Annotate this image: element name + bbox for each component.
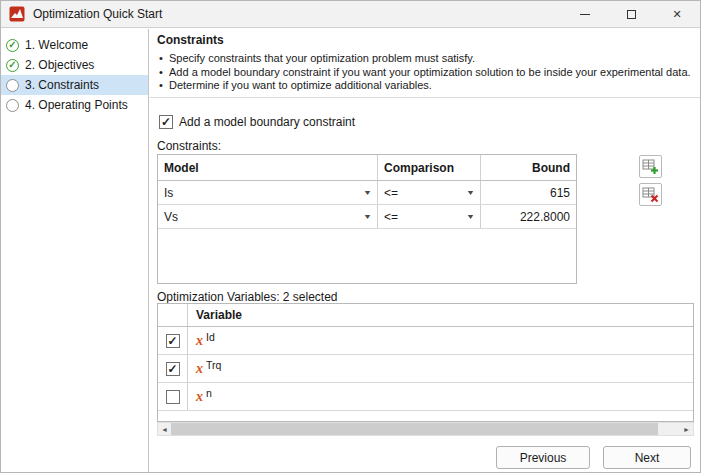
previous-button[interactable]: Previous: [496, 446, 590, 469]
bullet-icon: •: [159, 52, 169, 66]
minimize-icon: [580, 14, 590, 15]
comparison-dropdown[interactable]: <= ▼: [378, 181, 481, 204]
variable-x-icon: x: [196, 389, 203, 405]
column-header-model: Model: [158, 155, 378, 180]
checkbox-cell: [158, 383, 188, 410]
variable-checkbox[interactable]: [166, 362, 180, 376]
instruction-text: Determine if you want to optimize additi…: [169, 79, 432, 93]
horizontal-scrollbar[interactable]: ◄ ►: [157, 422, 694, 436]
instruction-text: Specify constraints that your optimizati…: [169, 52, 475, 66]
variable-row: x n: [158, 383, 693, 411]
constraints-panel: Constraints • Specify constraints that y…: [150, 29, 700, 472]
table-delete-icon: [642, 186, 659, 203]
optimization-variables-table: Variable x Id x Trq: [157, 303, 694, 422]
sidebar-step-objectives[interactable]: 2. Objectives: [1, 55, 148, 75]
checkbox-cell: [158, 355, 188, 382]
minimize-button[interactable]: [562, 1, 608, 27]
instruction-item: • Determine if you want to optimize addi…: [159, 79, 691, 93]
step-complete-icon: [6, 59, 19, 72]
step-label: 1. Welcome: [25, 38, 88, 52]
close-button[interactable]: ✕: [654, 1, 700, 27]
comparison-value: <=: [384, 210, 398, 224]
constraint-row: Vs ▼ <= ▼ 222.8000: [158, 205, 576, 229]
bound-field[interactable]: 222.8000: [481, 205, 576, 228]
table-add-icon: [642, 158, 659, 175]
column-header-variable: Variable: [188, 304, 693, 326]
variable-name: n: [206, 387, 212, 399]
select-column-header: [158, 304, 188, 326]
model-value: Vs: [164, 210, 178, 224]
model-dropdown[interactable]: Is ▼: [158, 181, 378, 204]
variable-cell: x Trq: [188, 355, 693, 382]
variable-checkbox[interactable]: [166, 390, 180, 404]
chevron-down-icon: ▼: [466, 189, 475, 196]
variable-name: Id: [206, 331, 215, 343]
add-constraint-button[interactable]: [639, 155, 662, 178]
chevron-down-icon: ▼: [363, 213, 372, 220]
optimization-variables-label: Optimization Variables: 2 selected: [157, 290, 338, 304]
window-title: Optimization Quick Start: [33, 7, 162, 21]
constraints-header-row: Model Comparison Bound: [158, 155, 576, 181]
variable-row: x Id: [158, 327, 693, 355]
variable-name: Trq: [206, 359, 221, 371]
sidebar-step-operating-points[interactable]: 4. Operating Points: [1, 95, 148, 115]
checkbox-cell: [158, 327, 188, 354]
instruction-item: • Specify constraints that your optimiza…: [159, 52, 691, 66]
variable-cell: x n: [188, 383, 693, 410]
page-title: Constraints: [157, 33, 224, 47]
step-label: 3. Constraints: [25, 78, 99, 92]
variables-header-row: Variable: [158, 304, 693, 327]
comparison-dropdown[interactable]: <= ▼: [378, 205, 481, 228]
step-pending-icon: [6, 79, 19, 92]
model-value: Is: [164, 186, 173, 200]
scrollbar-thumb[interactable]: [171, 423, 658, 435]
sidebar-step-constraints[interactable]: 3. Constraints: [1, 75, 148, 95]
constraints-table: Model Comparison Bound Is ▼ <= ▼ 615 Vs …: [157, 154, 577, 284]
wizard-steps-sidebar: 1. Welcome 2. Objectives 3. Constraints …: [1, 29, 149, 472]
variable-cell: x Id: [188, 327, 693, 354]
title-bar: Optimization Quick Start ✕: [1, 1, 700, 28]
instruction-item: • Add a model boundary constraint if you…: [159, 66, 691, 80]
chevron-down-icon: ▼: [363, 189, 372, 196]
step-label: 2. Objectives: [25, 58, 94, 72]
matlab-app-icon: [9, 6, 25, 22]
instruction-text: Add a model boundary constraint if you w…: [169, 66, 691, 80]
constraint-row: Is ▼ <= ▼ 615: [158, 181, 576, 205]
variable-checkbox[interactable]: [166, 334, 180, 348]
column-header-bound: Bound: [481, 155, 576, 180]
maximize-button[interactable]: [608, 1, 654, 27]
delete-constraint-button[interactable]: [639, 183, 662, 206]
optimization-quick-start-window: Optimization Quick Start ✕ 1. Welcome 2.…: [0, 0, 701, 473]
chevron-down-icon: ▼: [466, 213, 475, 220]
scroll-left-icon[interactable]: ◄: [158, 423, 171, 435]
step-pending-icon: [6, 99, 19, 112]
boundary-constraint-label: Add a model boundary constraint: [179, 115, 355, 129]
maximize-icon: [627, 10, 636, 19]
sidebar-step-welcome[interactable]: 1. Welcome: [1, 35, 148, 55]
model-dropdown[interactable]: Vs ▼: [158, 205, 378, 228]
variable-row: x Trq: [158, 355, 693, 383]
bullet-icon: •: [159, 66, 169, 80]
bound-field[interactable]: 615: [481, 181, 576, 204]
variable-x-icon: x: [196, 333, 203, 349]
boundary-constraint-row: Add a model boundary constraint: [159, 115, 355, 129]
instructions-list: • Specify constraints that your optimiza…: [159, 52, 691, 93]
constraints-table-label: Constraints:: [157, 139, 221, 153]
bullet-icon: •: [159, 79, 169, 93]
scroll-right-icon[interactable]: ►: [680, 423, 693, 435]
boundary-constraint-checkbox[interactable]: [159, 115, 173, 129]
step-complete-icon: [6, 39, 19, 52]
variable-x-icon: x: [196, 361, 203, 377]
section-divider: [150, 97, 700, 98]
comparison-value: <=: [384, 186, 398, 200]
next-button[interactable]: Next: [603, 446, 691, 469]
step-label: 4. Operating Points: [25, 98, 128, 112]
window-controls: ✕: [562, 1, 700, 27]
close-icon: ✕: [672, 9, 681, 20]
column-header-comparison: Comparison: [378, 155, 481, 180]
